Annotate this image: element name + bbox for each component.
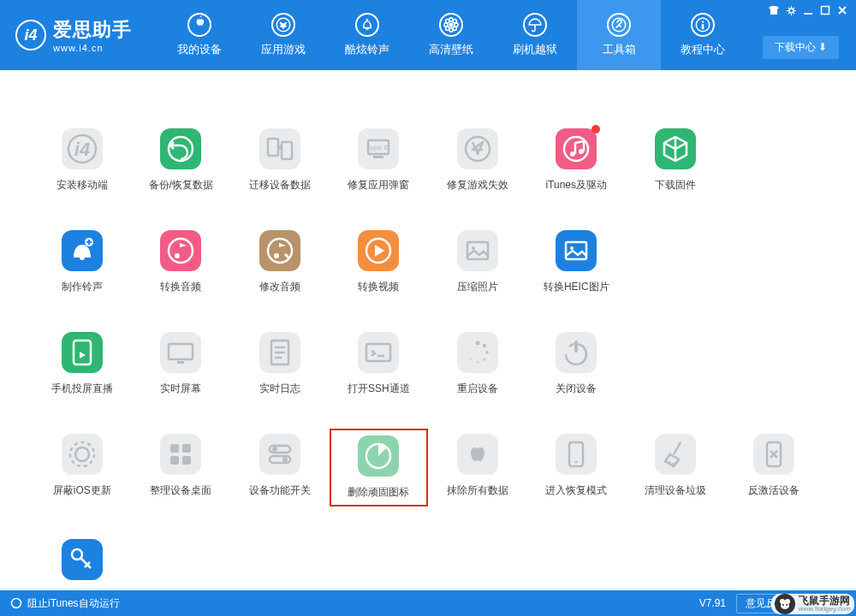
svg-point-64 bbox=[282, 457, 288, 462]
main-nav: 我的设备应用游戏酷炫铃声高清壁纸刷机越狱工具箱教程中心 bbox=[158, 0, 745, 70]
tool-music[interactable]: 转换音频 bbox=[132, 225, 231, 299]
svg-point-37 bbox=[472, 246, 475, 250]
tool-label: 实时日志 bbox=[259, 382, 300, 396]
monitor-icon bbox=[160, 332, 201, 373]
svg-rect-14 bbox=[702, 24, 704, 29]
tool-play[interactable]: 转换视频 bbox=[330, 225, 429, 299]
tool-label: 备份/恢复数据 bbox=[149, 178, 213, 192]
nav-label: 应用游戏 bbox=[261, 42, 306, 57]
svg-point-45 bbox=[475, 341, 479, 346]
tool-screen[interactable]: 手机投屏直播 bbox=[33, 327, 132, 401]
tool-label: 抹除所有数据 bbox=[447, 483, 508, 498]
svg-rect-42 bbox=[177, 361, 184, 364]
svg-point-7 bbox=[446, 20, 449, 23]
download-center-label: 下载中心 bbox=[775, 41, 816, 53]
app-icon bbox=[271, 13, 295, 37]
tool-image[interactable]: 压缩照片 bbox=[428, 225, 527, 299]
minimize-button[interactable] bbox=[800, 3, 817, 18]
nav-tools[interactable]: 工具箱 bbox=[577, 0, 661, 70]
tool-phone[interactable]: 进入恢复模式 bbox=[527, 429, 627, 506]
nav-info[interactable]: 教程中心 bbox=[661, 0, 745, 70]
close-button[interactable] bbox=[834, 3, 851, 18]
tools-grid: i4安装移动端备份/恢复数据迁移设备数据Apple ID修复应用弹窗修复游戏失效… bbox=[33, 123, 823, 599]
gear-icon[interactable] bbox=[782, 3, 800, 18]
tool-toggles[interactable]: 设备功能开关 bbox=[230, 429, 330, 506]
svg-point-49 bbox=[476, 360, 479, 363]
app-header: i4 爱思助手 www.i4.cn 我的设备应用游戏酷炫铃声高清壁纸刷机越狱工具… bbox=[0, 0, 856, 70]
tool-terminal[interactable]: 打开SSH通道 bbox=[330, 327, 429, 401]
tool-monitor[interactable]: 实时屏幕 bbox=[132, 327, 231, 401]
terminal-icon bbox=[358, 332, 399, 373]
tool-appstore[interactable]: 修复游戏失效 bbox=[428, 123, 527, 198]
nav-umbrella[interactable]: 刷机越狱 bbox=[493, 0, 577, 70]
tools-panel: i4安装移动端备份/恢复数据迁移设备数据Apple ID修复应用弹窗修复游戏失效… bbox=[15, 87, 841, 582]
app-subtitle: www.i4.cn bbox=[53, 43, 132, 53]
svg-rect-59 bbox=[170, 456, 179, 465]
svg-point-55 bbox=[75, 447, 89, 461]
umbrella-icon bbox=[523, 13, 547, 37]
download-center-button[interactable]: 下载中心 ⬇ bbox=[763, 36, 839, 59]
svg-rect-44 bbox=[366, 344, 390, 361]
tool-itunes[interactable]: iTunes及驱动 bbox=[527, 123, 627, 198]
tool-label: 修复应用弹窗 bbox=[348, 178, 409, 192]
tools-icon bbox=[607, 13, 631, 37]
circle-icon bbox=[10, 597, 22, 609]
tool-label: iTunes及驱动 bbox=[545, 178, 607, 192]
tool-broom[interactable]: 清理设备垃圾 bbox=[626, 429, 725, 506]
maximize-button[interactable] bbox=[817, 3, 834, 18]
svg-point-31 bbox=[169, 239, 193, 263]
tool-key[interactable]: 访问限制 bbox=[33, 534, 132, 599]
tool-label: 整理设备桌面 bbox=[150, 483, 211, 498]
tool-label: 打开SSH通道 bbox=[348, 382, 410, 396]
window-controls bbox=[765, 3, 851, 18]
phone-icon bbox=[556, 434, 597, 475]
svg-rect-21 bbox=[268, 139, 278, 156]
tool-cube[interactable]: 下载固件 bbox=[626, 123, 725, 198]
notification-badge bbox=[591, 125, 600, 133]
tool-deactivate[interactable]: 反激活设备 bbox=[725, 429, 824, 506]
svg-point-56 bbox=[70, 442, 94, 466]
tool-label: 转换视频 bbox=[358, 280, 399, 294]
svg-point-8 bbox=[453, 20, 456, 23]
nav-apple[interactable]: 我的设备 bbox=[158, 0, 241, 70]
svg-point-13 bbox=[702, 21, 704, 23]
tool-i4[interactable]: i4安装移动端 bbox=[33, 123, 132, 198]
gear-icon bbox=[62, 434, 103, 475]
tool-pie[interactable]: 删除顽固图标 bbox=[330, 429, 429, 506]
nav-flower[interactable]: 高清壁纸 bbox=[409, 0, 493, 70]
tool-musicedit[interactable]: 修改音频 bbox=[230, 225, 330, 299]
nav-app[interactable]: 应用游戏 bbox=[241, 0, 325, 70]
block-itunes-toggle[interactable]: 阻止iTunes自动运行 bbox=[27, 596, 120, 611]
svg-point-10 bbox=[453, 27, 456, 30]
app-title: 爱思助手 bbox=[53, 17, 132, 43]
loading-icon bbox=[457, 332, 498, 373]
nav-bell[interactable]: 酷炫铃声 bbox=[325, 0, 409, 70]
svg-point-1 bbox=[366, 19, 369, 21]
svg-point-48 bbox=[483, 358, 486, 361]
tool-bellplus[interactable]: 制作铃声 bbox=[33, 225, 132, 299]
tool-grid[interactable]: 整理设备桌面 bbox=[132, 429, 231, 506]
svg-point-9 bbox=[446, 27, 449, 30]
deactivate-icon bbox=[753, 434, 794, 475]
tool-appleid[interactable]: Apple ID修复应用弹窗 bbox=[330, 123, 429, 198]
tool-gear[interactable]: 屏蔽iOS更新 bbox=[33, 429, 132, 506]
svg-point-46 bbox=[483, 344, 486, 347]
tool-loading[interactable]: 重启设备 bbox=[428, 327, 527, 401]
broom-icon bbox=[655, 434, 696, 475]
shirt-icon[interactable] bbox=[765, 3, 782, 18]
logo[interactable]: i4 爱思助手 www.i4.cn bbox=[0, 17, 132, 53]
tool-log[interactable]: 实时日志 bbox=[230, 327, 330, 401]
tool-transfer[interactable]: 迁移设备数据 bbox=[230, 123, 330, 198]
tool-heic[interactable]: 转换HEIC图片 bbox=[527, 225, 627, 299]
log-icon bbox=[259, 332, 300, 373]
nav-label: 刷机越狱 bbox=[513, 42, 557, 57]
tool-label: 设备功能开关 bbox=[249, 483, 311, 498]
svg-rect-54 bbox=[574, 341, 578, 352]
tool-appledel[interactable]: 抹除所有数据 bbox=[428, 429, 527, 506]
tool-restore[interactable]: 备份/恢复数据 bbox=[132, 123, 231, 198]
svg-text:Apple ID: Apple ID bbox=[367, 145, 390, 151]
svg-rect-57 bbox=[170, 444, 179, 453]
tool-power[interactable]: 关闭设备 bbox=[527, 327, 627, 401]
svg-rect-25 bbox=[373, 156, 383, 158]
download-icon: ⬇ bbox=[818, 41, 827, 53]
